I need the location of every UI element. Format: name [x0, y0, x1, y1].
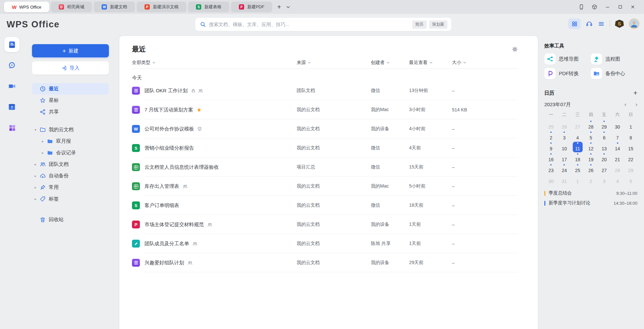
rail-item-calendar[interactable]: 7: [4, 99, 19, 114]
search-suggestion-chip[interactable]: 策划案: [429, 20, 448, 29]
sidebar-item-bimonthly-report[interactable]: ▸ 双月报: [32, 135, 109, 147]
filter-dropdown[interactable]: 最近查看: [409, 60, 452, 66]
calendar-day[interactable]: 1: [571, 174, 584, 185]
calendar-day[interactable]: 12: [584, 141, 597, 152]
calendar-day[interactable]: 22: [624, 152, 637, 163]
calendar-day[interactable]: 26: [558, 120, 571, 131]
calendar-day[interactable]: 13: [597, 141, 611, 152]
calendar-day[interactable]: 4: [571, 131, 584, 141]
calendar-day[interactable]: 30: [611, 120, 624, 131]
calendar-day[interactable]: 25: [544, 120, 558, 131]
membership-badge-icon[interactable]: S: [615, 20, 624, 28]
file-row[interactable]: 云文档管人员信息统计表理器验收 项目汇总 微信 15天前 –: [132, 158, 518, 177]
sidebar-item-auto-backup[interactable]: ▸ 自动备份: [32, 170, 109, 182]
minimize-button[interactable]: [605, 4, 610, 10]
calendar-day[interactable]: 3: [558, 131, 571, 141]
tab-list-dropdown[interactable]: [286, 6, 290, 8]
apps-grid-button[interactable]: [568, 18, 581, 29]
sidebar-item-recent[interactable]: 最近: [32, 83, 109, 95]
calendar-day[interactable]: 5: [584, 131, 597, 141]
calendar-day[interactable]: 7: [611, 131, 624, 141]
rail-item-apps[interactable]: [4, 120, 19, 135]
file-row[interactable]: P 市场主体登记提交材料规范 我的云文档 我的设备 1天前 –: [132, 215, 518, 234]
new-tab-button[interactable]: +: [277, 3, 281, 11]
sidebar-item-team-docs[interactable]: ▸ 团队文档: [32, 159, 109, 170]
sidebar-item-my-cloud-docs[interactable]: ▾ 我的云文档: [32, 124, 109, 135]
sidebar-item-starred[interactable]: 星标: [32, 95, 109, 106]
calendar-day[interactable]: 17: [558, 152, 571, 163]
import-button[interactable]: 导入: [32, 61, 109, 75]
calendar-day[interactable]: 1: [624, 120, 637, 131]
calendar-day[interactable]: 23: [544, 163, 558, 174]
app-tab[interactable]: W 新建文档: [94, 2, 135, 12]
calendar-day[interactable]: 30: [544, 174, 558, 185]
maximize-button[interactable]: [618, 4, 623, 10]
file-row[interactable]: 库存出入管理表 我的云文档 我的Mac 5小时前 –: [132, 177, 518, 196]
support-button[interactable]: [586, 20, 593, 27]
calendar-day[interactable]: 26: [584, 163, 597, 174]
sidebar-item-shared[interactable]: 共享: [32, 106, 109, 118]
rail-item-messages[interactable]: [4, 58, 19, 73]
add-event-button[interactable]: +: [633, 89, 637, 97]
app-tab[interactable]: W WPS Office: [4, 2, 49, 12]
calendar-day[interactable]: 9: [544, 141, 558, 152]
calendar-day[interactable]: 2: [584, 174, 597, 185]
app-tab[interactable]: D 稻壳商城: [51, 2, 92, 12]
calendar-day[interactable]: 14: [611, 141, 624, 152]
calendar-day[interactable]: 31: [558, 174, 571, 185]
sidebar-item-tags[interactable]: ▸ 标签: [32, 193, 109, 205]
app-tab[interactable]: S 新建表格: [188, 2, 229, 12]
file-row[interactable]: 7 月线下活动策划方案 我的云文档 我的Mac 3小时前 514 KB: [132, 100, 518, 119]
calendar-day[interactable]: 28: [611, 163, 624, 174]
calendar-day[interactable]: 4: [611, 174, 624, 185]
file-row[interactable]: S 营销小组业绩分析报告 我的云文档 微信 4天前 –: [132, 138, 518, 158]
calendar-day[interactable]: 27: [571, 120, 584, 131]
calendar-day[interactable]: 24: [558, 163, 571, 174]
calendar-day[interactable]: 2: [544, 131, 558, 141]
calendar-day[interactable]: 15: [624, 141, 637, 152]
filter-dropdown[interactable]: 全部类型: [132, 60, 155, 66]
app-tab[interactable]: P 新建演示文稿: [137, 2, 186, 12]
prev-month-button[interactable]: ‹: [625, 101, 627, 108]
filter-dropdown[interactable]: 创建者: [371, 60, 409, 66]
app-box-button[interactable]: [592, 4, 597, 10]
tool-pdf-convert[interactable]: PDF转换: [544, 68, 591, 79]
calendar-day[interactable]: 3: [597, 174, 611, 185]
calendar-day[interactable]: 11: [571, 141, 584, 152]
avatar[interactable]: [629, 18, 639, 29]
calendar-day[interactable]: 20: [597, 152, 611, 163]
search-suggestion-chip[interactable]: 简历: [412, 20, 427, 29]
file-row[interactable]: S 客户订单明细表 我的云文档 微信 18天前 –: [132, 196, 518, 215]
rail-item-meetings[interactable]: [4, 78, 19, 94]
calendar-day[interactable]: 27: [597, 163, 611, 174]
calendar-day[interactable]: 29: [597, 120, 611, 131]
calendar-day[interactable]: 18: [571, 152, 584, 163]
file-row[interactable]: W 公司对外合作协议模板 我的云文档 我的设备 4小时前 –: [132, 119, 518, 138]
calendar-day[interactable]: 16: [544, 152, 558, 163]
file-row[interactable]: 团队 OKR 工作计划 团队文档 微信 13分钟前 –: [132, 81, 518, 100]
file-row[interactable]: 团队成员及分工名单 我的云文档 陈旭 共享 1天前 –: [132, 234, 518, 253]
list-settings-button[interactable]: [512, 46, 518, 52]
sidebar-item-trash[interactable]: 回收站: [32, 214, 109, 225]
sidebar-item-meeting-notes[interactable]: ▸ 会议记录: [32, 147, 109, 159]
calendar-day[interactable]: 29: [624, 163, 637, 174]
calendar-day[interactable]: 8: [624, 131, 637, 141]
calendar-day[interactable]: 25: [571, 163, 584, 174]
new-document-button[interactable]: + 新建: [32, 44, 109, 57]
mobile-sync-button[interactable]: [578, 4, 584, 10]
file-row[interactable]: 兴趣爱好组队计划 我的云文档 我的设备 29天前 –: [132, 253, 518, 272]
filter-dropdown[interactable]: 来源: [297, 60, 371, 66]
sidebar-item-frequent[interactable]: ▸ 常用: [32, 182, 109, 193]
search-input[interactable]: [209, 22, 409, 27]
next-month-button[interactable]: ›: [635, 101, 637, 108]
main-menu-button[interactable]: [598, 20, 605, 27]
calendar-event[interactable]: 季度总结会 9:30–11:00: [544, 188, 637, 198]
calendar-day[interactable]: 6: [597, 131, 611, 141]
app-tab[interactable]: P 新建PDF: [231, 2, 272, 12]
rail-item-documents[interactable]: [4, 37, 19, 52]
tool-mindmap[interactable]: 思维导图: [544, 53, 591, 65]
calendar-day[interactable]: 28: [584, 120, 597, 131]
calendar-event[interactable]: 新季度学习计划讨论 14:30–16:00: [544, 198, 637, 208]
tool-backup-center[interactable]: 备份中心: [591, 68, 637, 79]
filter-dropdown[interactable]: 大小: [452, 60, 518, 66]
